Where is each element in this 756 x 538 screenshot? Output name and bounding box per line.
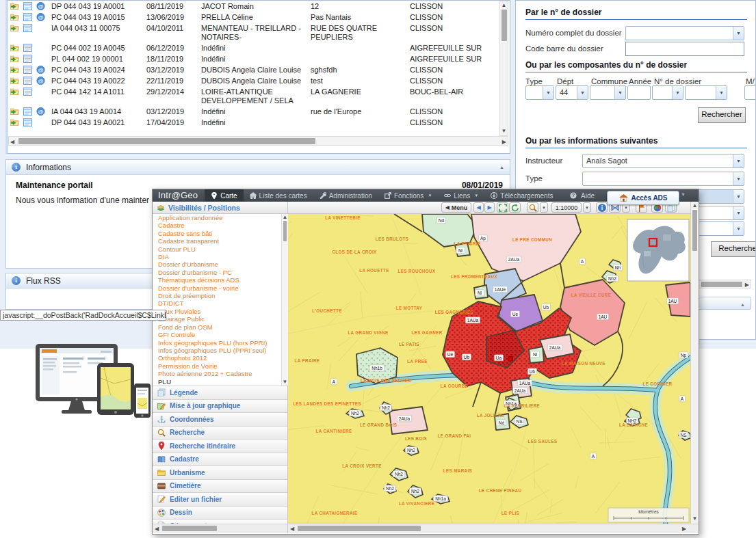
open-folder-icon[interactable] [8, 77, 21, 85]
layer-item[interactable]: Dossier d'urbanisme - PC [153, 269, 287, 276]
chevron-down-icon[interactable]: ▼ [614, 86, 625, 99]
table-row[interactable]: IA 044 043 19 A001403/12/2019Indéfinirue… [8, 106, 498, 117]
form-icon[interactable] [21, 77, 34, 85]
table-row[interactable]: PL 044 002 19 0000118/11/2019IndéfiniAIG… [8, 53, 498, 64]
component-combo-3[interactable] [627, 85, 651, 100]
map-canvas[interactable]: NdApNl2AUaANhNh2Nl1AUeUeUb1AU1AUa1AUUeUb… [288, 214, 690, 524]
full-number-combo[interactable]: ▼ [625, 26, 744, 40]
scale-dropdown[interactable]: ▼ [583, 202, 591, 213]
email-at-icon[interactable] [34, 107, 47, 116]
chevron-down-icon[interactable]: ▼ [733, 27, 744, 40]
accordion-section-g-orapport[interactable]: Géorapport [153, 519, 287, 524]
layer-item[interactable]: Application randonnée [153, 214, 287, 221]
layer-item[interactable]: Cadastre sans bâti [153, 230, 287, 237]
informations-header[interactable]: i Informations ▲ [6, 160, 510, 175]
accordion-section-coordonn-es[interactable]: Coordonnées [153, 412, 287, 426]
email-at-icon[interactable] [34, 118, 47, 127]
open-folder-icon[interactable] [8, 88, 21, 96]
scroll-right-icon[interactable]: ▶ [745, 282, 749, 288]
form-icon[interactable] [21, 44, 34, 53]
help-link[interactable]: Aide [581, 192, 595, 200]
accordion-section-editer-un-fichier[interactable]: Editer un fichier [153, 492, 287, 506]
scroll-up-icon[interactable]: ▲ [691, 202, 699, 209]
sidebar-header[interactable]: Visibilités / Positions [153, 202, 288, 214]
layer-item[interactable]: Fond de plan OSM [153, 323, 287, 331]
layer-item[interactable]: Dossier d'urbanisme - voirie [153, 284, 287, 292]
open-folder-icon[interactable] [8, 107, 21, 116]
table-row[interactable]: PC 044 043 19 A001513/06/2019PRELLA Céli… [8, 12, 498, 23]
collapse-icon[interactable]: ▲ [740, 302, 745, 307]
layer-item[interactable]: Infos géographiques PLU (hors PPRI) [153, 339, 287, 347]
chevron-down-icon[interactable]: ▼ [733, 206, 744, 219]
open-folder-icon[interactable] [8, 2, 21, 11]
nav-item-liste-des-cartes[interactable]: Liste des cartes [244, 189, 313, 202]
email-at-icon[interactable] [34, 44, 47, 53]
instructor-combo[interactable]: Anaïs Sagot▼ [582, 154, 744, 168]
zoom-dropdown[interactable]: ▼ [540, 202, 548, 213]
barcode-input[interactable] [625, 42, 744, 56]
layer-list-scrollbar[interactable]: ▲ ▼ [281, 214, 288, 386]
user-menu-caret[interactable]: ▼ [681, 192, 686, 197]
nav-item-carte[interactable]: Carte [205, 189, 243, 202]
nav-item-fonctions[interactable]: Fonctions▼ [378, 189, 438, 202]
layer-item[interactable]: Eclairage Public [153, 315, 287, 323]
email-at-icon[interactable] [34, 66, 47, 75]
form-icon[interactable] [21, 66, 34, 75]
scroll-left-icon[interactable]: ◀ [10, 139, 14, 146]
table-vertical-scrollbar[interactable]: ▲ ▼ [499, 1, 508, 136]
chevron-down-icon[interactable]: ▼ [733, 190, 744, 203]
layer-item[interactable]: Thématiques décisions ADS [153, 276, 287, 284]
accordion-section-dessin[interactable]: Dessin [153, 506, 287, 520]
open-folder-icon[interactable] [8, 55, 21, 64]
form-icon[interactable] [21, 13, 34, 22]
form-icon[interactable] [21, 55, 34, 64]
email-at-icon[interactable] [34, 77, 47, 85]
full-extent-button[interactable] [497, 202, 508, 213]
layer-item[interactable]: DIA [153, 253, 287, 260]
layer-item[interactable]: Infos géographiques PLU (PPRI seul) [153, 347, 287, 354]
search-button-2[interactable]: Rechercher [711, 241, 756, 257]
layer-item[interactable]: Cadastre transparent [153, 237, 287, 245]
component-combo-0[interactable]: ▼ [525, 85, 554, 100]
chevron-down-icon[interactable]: ▼ [733, 222, 744, 235]
scroll-down-icon[interactable]: ▼ [691, 515, 699, 522]
component-combo-2[interactable]: ▼ [590, 85, 626, 100]
scroll-down-icon[interactable]: ▼ [500, 128, 508, 135]
form-icon[interactable] [21, 24, 34, 33]
table-row[interactable]: DP 044 043 19 A002117/04/2019IndéfiniCLI… [8, 117, 498, 128]
table-horizontal-scrollbar[interactable]: ◀ ▶ [8, 136, 508, 146]
accordion-section-recherche[interactable]: Recherche [153, 426, 287, 440]
collapse-icon[interactable]: ▲ [499, 165, 504, 170]
map-viewport[interactable]: NdApNl2AUaANhNh2Nl1AUeUeUb1AU1AUa1AUUeUb… [288, 214, 690, 524]
layer-item[interactable]: Photo aérienne 2012 + Cadastre [153, 370, 287, 377]
nav-item-liens[interactable]: Liens▼ [438, 189, 484, 202]
form-icon[interactable] [21, 88, 34, 96]
scroll-up-icon[interactable]: ▲ [500, 2, 508, 9]
accordion-section-cadastre[interactable]: Cadastre [153, 453, 287, 466]
component-combo-1[interactable]: 44▼ [556, 85, 588, 100]
layer-item[interactable]: DT/DICT [153, 299, 287, 307]
info-tool-button[interactable] [596, 202, 608, 213]
email-at-icon[interactable] [34, 24, 47, 33]
open-folder-icon[interactable] [8, 66, 21, 75]
email-at-icon[interactable] [34, 55, 47, 64]
chevron-down-icon[interactable]: ▼ [577, 86, 588, 99]
menu-button[interactable]: ◀Menu [441, 202, 471, 213]
chevron-down-icon[interactable]: ▼ [716, 86, 727, 99]
table-row[interactable]: DP 044 043 19 A000108/11/2019JACOT Romai… [8, 1, 498, 12]
layer-item[interactable]: Cadastre [153, 221, 287, 229]
chevron-down-icon[interactable]: ▼ [733, 172, 744, 185]
nav-item-administration[interactable]: Administration [313, 189, 378, 202]
form-icon[interactable] [21, 2, 34, 11]
zoom-button[interactable] [527, 202, 538, 213]
nav-item-t-l-chargements[interactable]: Téléchargements [484, 189, 559, 202]
accordion-section-urbanisme[interactable]: Urbanisme [153, 466, 287, 479]
form-icon[interactable] [21, 107, 34, 116]
scroll-left-icon[interactable]: ◀ [155, 526, 159, 533]
chevron-down-icon[interactable]: ▼ [672, 86, 683, 99]
acces-ads-button[interactable]: Accès ADS [607, 191, 679, 205]
scale-combo[interactable]: 1:10000 [551, 202, 582, 213]
scroll-up-icon[interactable]: ▲ [282, 214, 288, 221]
scroll-left-icon[interactable]: ◀ [290, 526, 294, 533]
layer-item[interactable]: Permission de Voirie [153, 362, 287, 370]
